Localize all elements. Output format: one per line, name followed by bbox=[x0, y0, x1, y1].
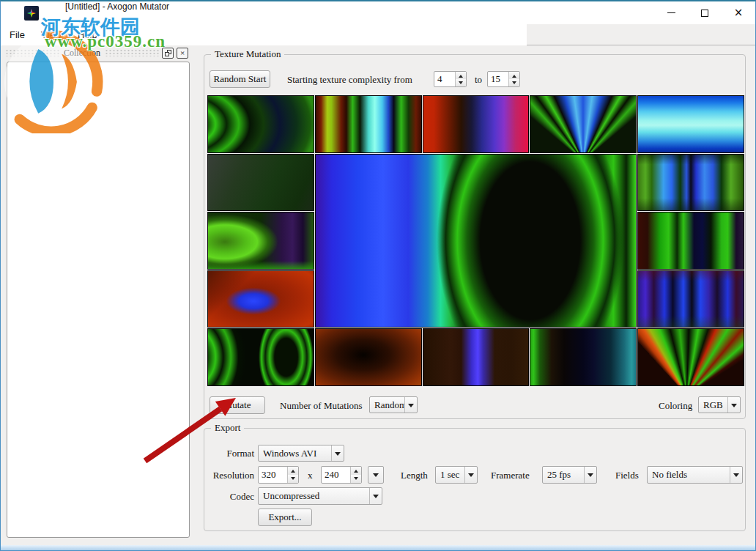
dropdown-arrow bbox=[404, 397, 417, 413]
complexity-to-spinbox[interactable] bbox=[487, 71, 520, 87]
texture-grid bbox=[207, 95, 744, 388]
resolution-width-spinbox[interactable] bbox=[258, 466, 299, 484]
dropdown-arrow bbox=[369, 488, 382, 504]
spin-down-icon bbox=[354, 477, 358, 482]
fields-dropdown[interactable]: No fields bbox=[647, 466, 743, 484]
complexity-to-input[interactable] bbox=[488, 72, 508, 86]
texture-tile-11[interactable] bbox=[637, 212, 744, 270]
chevron-down-icon bbox=[408, 404, 414, 410]
dock-grip-texture bbox=[105, 49, 159, 56]
dock-float-button[interactable] bbox=[162, 48, 174, 59]
spin-up-button[interactable] bbox=[288, 467, 298, 475]
resolution-preset-dropdown[interactable] bbox=[368, 466, 384, 484]
menu-file[interactable]: File bbox=[2, 29, 32, 40]
spin-down-button[interactable] bbox=[509, 79, 519, 86]
export-group-title: Export bbox=[211, 422, 244, 434]
dropdown-arrow bbox=[584, 467, 596, 483]
framerate-value: 25 fps bbox=[543, 467, 584, 483]
float-icon bbox=[165, 50, 171, 56]
format-label: Format bbox=[204, 448, 254, 459]
dropdown-arrow bbox=[331, 445, 344, 461]
complexity-from-input[interactable] bbox=[434, 72, 455, 86]
texture-tile-13[interactable] bbox=[207, 328, 314, 386]
texture-tile-2[interactable] bbox=[315, 95, 422, 153]
export-button[interactable]: Export... bbox=[258, 509, 312, 526]
texture-tile-7[interactable] bbox=[207, 212, 314, 270]
length-label: Length bbox=[401, 470, 428, 481]
texture-tile-17[interactable] bbox=[637, 328, 744, 386]
spin-up-button[interactable] bbox=[456, 72, 466, 79]
spin-up-icon bbox=[459, 73, 463, 78]
coloring-label: Coloring bbox=[659, 400, 692, 412]
chevron-down-icon bbox=[588, 473, 593, 480]
spin-up-icon bbox=[354, 467, 358, 473]
menu-help[interactable]: Help bbox=[70, 29, 105, 40]
minimize-button[interactable] bbox=[654, 1, 688, 24]
texture-tile-12[interactable] bbox=[637, 270, 744, 328]
spin-down-button[interactable] bbox=[288, 475, 298, 483]
spin-down-icon bbox=[291, 477, 295, 482]
number-of-mutations-label: Number of Mutations bbox=[280, 400, 363, 412]
resolution-height-spinbox[interactable] bbox=[321, 466, 362, 484]
menu-view[interactable]: View bbox=[34, 29, 69, 40]
codec-value: Uncompressed bbox=[259, 488, 369, 504]
texture-tile-16[interactable] bbox=[530, 328, 637, 386]
resolution-label: Resolution bbox=[204, 470, 254, 481]
format-dropdown[interactable]: Windows AVI bbox=[258, 445, 344, 462]
collection-title: Collection bbox=[62, 48, 102, 59]
length-dropdown[interactable]: 1 sec bbox=[435, 466, 478, 484]
dock-close-button[interactable]: × bbox=[177, 48, 188, 59]
fields-label: Fields bbox=[615, 470, 639, 481]
texture-tile-14[interactable] bbox=[315, 328, 422, 386]
coloring-value: RGB bbox=[699, 397, 727, 413]
resolution-x-label: x bbox=[308, 470, 313, 481]
dock-grip-texture bbox=[5, 49, 59, 56]
framerate-dropdown[interactable]: 25 fps bbox=[542, 466, 597, 484]
close-button[interactable]: × bbox=[722, 1, 755, 24]
chevron-down-icon bbox=[373, 495, 379, 501]
texture-tile-15[interactable] bbox=[423, 328, 530, 386]
texture-tile-3[interactable] bbox=[423, 95, 530, 153]
spin-down-button[interactable] bbox=[351, 475, 361, 483]
mutate-button[interactable]: Mutate bbox=[210, 396, 265, 414]
client-area: Collection × Texture Mutation Random Sta… bbox=[1, 45, 755, 545]
random-start-button[interactable]: Random Start bbox=[210, 70, 270, 88]
texture-tile-5[interactable] bbox=[637, 95, 744, 153]
spin-up-button[interactable] bbox=[509, 72, 519, 79]
window-bottom-frame bbox=[1, 545, 755, 550]
fields-value: No fields bbox=[648, 467, 730, 483]
collection-dock-header[interactable]: Collection × bbox=[5, 47, 188, 59]
chevron-down-icon bbox=[468, 473, 474, 480]
texture-mutation-group: Texture Mutation Random Start Starting t… bbox=[204, 54, 746, 419]
dropdown-arrow bbox=[464, 467, 477, 483]
mutations-count-value: Random bbox=[370, 397, 404, 413]
collection-list[interactable] bbox=[7, 62, 190, 538]
codec-dropdown[interactable]: Uncompressed bbox=[258, 487, 382, 505]
dropdown-arrow bbox=[368, 467, 383, 483]
spin-up-button[interactable] bbox=[351, 467, 361, 475]
chevron-down-icon bbox=[731, 404, 737, 410]
texture-tile-center-preview[interactable] bbox=[315, 154, 637, 328]
texture-tile-8[interactable] bbox=[207, 270, 314, 328]
maximize-button[interactable] bbox=[688, 1, 722, 24]
app-window: [Untitled] - Axogon Mutator × File View … bbox=[0, 0, 756, 551]
spin-down-icon bbox=[459, 81, 463, 86]
spin-down-icon bbox=[512, 81, 516, 86]
chevron-down-icon bbox=[733, 473, 739, 480]
minimize-icon bbox=[667, 12, 675, 13]
complexity-from-spinbox[interactable] bbox=[434, 71, 467, 87]
texture-tile-6[interactable] bbox=[207, 154, 314, 211]
resolution-height-input[interactable] bbox=[322, 467, 350, 483]
spin-up-icon bbox=[512, 73, 516, 78]
texture-tile-1[interactable] bbox=[207, 95, 314, 153]
menu-bar-filler bbox=[527, 24, 755, 45]
spin-down-button[interactable] bbox=[456, 79, 466, 86]
texture-tile-4[interactable] bbox=[530, 95, 637, 153]
resolution-width-input[interactable] bbox=[259, 467, 287, 483]
title-bar: [Untitled] - Axogon Mutator × bbox=[1, 1, 755, 24]
dropdown-arrow bbox=[730, 467, 742, 483]
texture-tile-10[interactable] bbox=[637, 154, 744, 211]
mutations-count-dropdown[interactable]: Random bbox=[369, 396, 418, 413]
dock-close-icon: × bbox=[180, 49, 185, 57]
coloring-dropdown[interactable]: RGB bbox=[698, 396, 741, 413]
